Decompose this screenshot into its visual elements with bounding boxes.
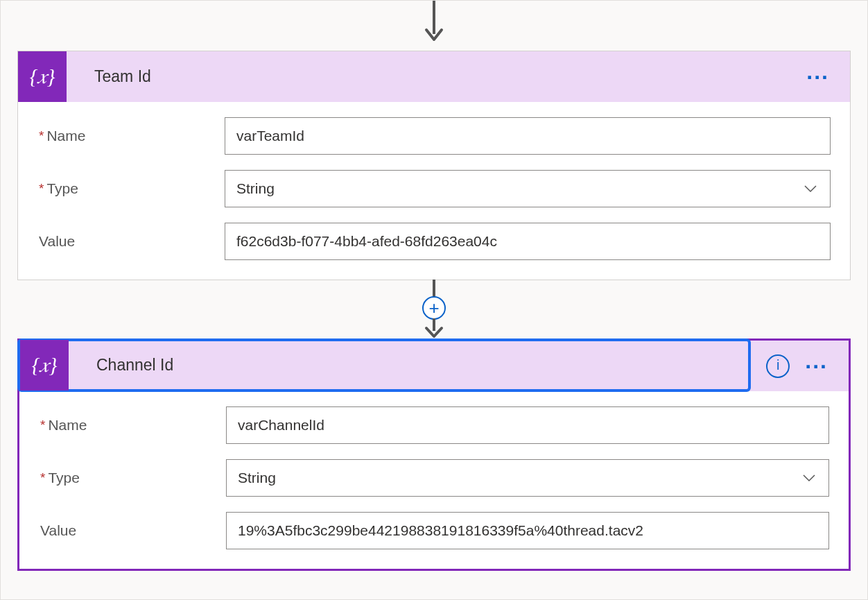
card-header[interactable]: {𝑥} Channel Id i ··· [19, 341, 849, 391]
field-row-name: * Name [39, 117, 831, 155]
type-select-value: String [238, 470, 276, 486]
chevron-down-icon [802, 180, 819, 197]
more-icon[interactable]: ··· [806, 74, 829, 80]
field-label-type: * Type [39, 180, 225, 197]
chevron-down-icon [801, 470, 817, 486]
type-select[interactable]: String [225, 170, 831, 207]
field-row-value: Value [39, 223, 831, 260]
card-header[interactable]: {𝑥} Team Id ··· [18, 51, 850, 102]
field-label-value: Value [39, 233, 225, 250]
action-card-team-id[interactable]: {𝑥} Team Id ··· * Name * Type [17, 51, 851, 280]
action-card-channel-id[interactable]: {𝑥} Channel Id i ··· * Name * Type [17, 338, 851, 571]
card-title: Team Id [67, 67, 791, 86]
field-row-value: Value [40, 512, 829, 549]
flow-connector: + [420, 280, 448, 338]
card-header-inner-selected: {𝑥} Channel Id [17, 338, 751, 392]
type-select[interactable]: String [226, 459, 829, 497]
field-row-name: * Name [40, 406, 829, 444]
field-row-type: * Type String [39, 170, 831, 207]
field-label-name: * Name [40, 417, 226, 434]
field-label-name: * Name [39, 128, 225, 144]
card-body: * Name * Type String Val [18, 102, 850, 280]
card-title: Channel Id [69, 356, 748, 375]
value-input[interactable] [226, 512, 829, 549]
field-label-value: Value [40, 522, 226, 539]
plus-icon: + [428, 298, 439, 319]
field-label-type: * Type [40, 470, 226, 486]
value-input[interactable] [225, 223, 831, 260]
field-row-type: * Type String [40, 459, 829, 497]
name-input[interactable] [226, 406, 829, 444]
flow-arrow-top [424, 1, 444, 44]
variable-icon: {𝑥} [20, 340, 69, 391]
card-body: * Name * Type String Val [19, 391, 849, 569]
connector-line [433, 280, 435, 297]
add-step-button[interactable]: + [422, 296, 446, 320]
flow-canvas: {𝑥} Team Id ··· * Name * Type [0, 0, 868, 600]
header-actions: i ··· [751, 354, 849, 378]
header-actions: ··· [791, 74, 850, 80]
more-icon[interactable]: ··· [805, 363, 828, 370]
info-icon[interactable]: i [766, 354, 790, 378]
name-input[interactable] [225, 117, 831, 155]
card-header-inner: {𝑥} Team Id [18, 51, 791, 102]
type-select-value: String [236, 180, 275, 197]
variable-icon: {𝑥} [18, 51, 67, 102]
